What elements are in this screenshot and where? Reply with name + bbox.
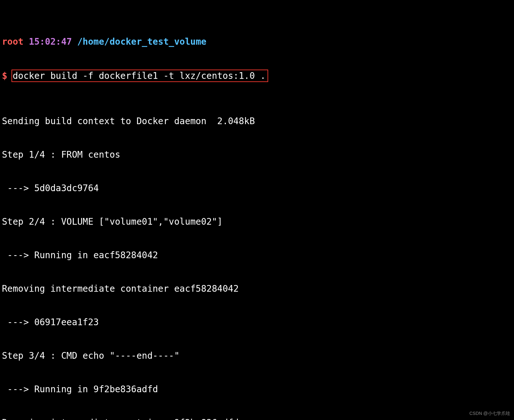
- command-line-1: $ docker build -f dockerfile1 -t lxz/cen…: [2, 70, 512, 82]
- output-line: ---> Running in eacf58284042: [2, 250, 512, 261]
- output-line: ---> Running in 9f2be836adfd: [2, 384, 512, 395]
- prompt-user: root: [2, 36, 23, 47]
- prompt-line-1: root 15:02:47 /home/docker_test_volume: [2, 36, 512, 47]
- prompt-path: /home/docker_test_volume: [77, 36, 207, 47]
- watermark: CSDN @小七学爪哇: [469, 411, 510, 416]
- output-line: Step 1/4 : FROM centos: [2, 149, 512, 160]
- output-line: Step 3/4 : CMD echo "----end----": [2, 350, 512, 361]
- output-line: ---> 06917eea1f23: [2, 317, 512, 328]
- prompt-time: 15:02:47: [29, 36, 72, 47]
- command-text: docker build -f dockerfile1 -t lxz/cento…: [13, 71, 266, 81]
- output-line: Step 2/4 : VOLUME ["volume01","volume02"…: [2, 216, 512, 227]
- highlight-command-box: docker build -f dockerfile1 -t lxz/cento…: [11, 70, 268, 82]
- output-line: Sending build context to Docker daemon 2…: [2, 116, 512, 127]
- output-line: Removing intermediate container eacf5828…: [2, 283, 512, 294]
- output-line: Removing intermediate container 9f2be836…: [2, 417, 512, 420]
- terminal[interactable]: root 15:02:47 /home/docker_test_volume $…: [0, 0, 514, 420]
- output-line: ---> 5d0da3dc9764: [2, 183, 512, 194]
- prompt-symbol: $: [2, 71, 7, 81]
